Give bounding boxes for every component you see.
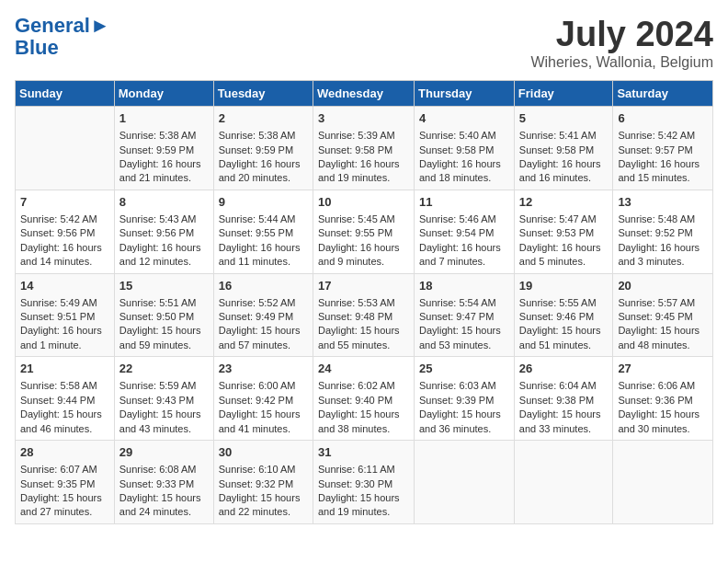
- calendar-cell: 28 Sunrise: 6:07 AM Sunset: 9:35 PM Dayl…: [16, 441, 115, 524]
- day-number: 25: [419, 361, 509, 377]
- sunset-text: Sunset: 9:46 PM: [519, 311, 594, 322]
- calendar-cell: 5 Sunrise: 5:41 AM Sunset: 9:58 PM Dayli…: [514, 107, 613, 190]
- sunset-text: Sunset: 9:53 PM: [519, 227, 594, 238]
- sunset-text: Sunset: 9:45 PM: [618, 311, 692, 322]
- daylight-text: Daylight: 15 hours and 22 minutes.: [219, 492, 301, 517]
- sunrise-text: Sunrise: 5:42 AM: [20, 213, 97, 224]
- day-number: 14: [20, 278, 109, 294]
- calendar-cell: 7 Sunrise: 5:42 AM Sunset: 9:56 PM Dayli…: [16, 190, 115, 273]
- day-number: 2: [219, 110, 308, 127]
- calendar-cell: [415, 441, 515, 524]
- sunrise-text: Sunrise: 5:55 AM: [519, 297, 597, 308]
- day-number: 7: [20, 194, 109, 211]
- logo-text: General►: [15, 15, 110, 37]
- day-number: 1: [119, 110, 209, 127]
- sunset-text: Sunset: 9:38 PM: [519, 395, 594, 406]
- sunset-text: Sunset: 9:36 PM: [618, 395, 692, 406]
- col-header-saturday: Saturday: [613, 81, 713, 107]
- sunset-text: Sunset: 9:33 PM: [119, 478, 194, 489]
- day-number: 20: [618, 278, 708, 294]
- calendar-cell: 15 Sunrise: 5:51 AM Sunset: 9:50 PM Dayl…: [114, 273, 213, 357]
- sunset-text: Sunset: 9:40 PM: [318, 395, 392, 406]
- calendar-cell: 18 Sunrise: 5:54 AM Sunset: 9:47 PM Dayl…: [415, 273, 515, 357]
- calendar-cell: 27 Sunrise: 6:06 AM Sunset: 9:36 PM Dayl…: [613, 357, 713, 441]
- sunrise-text: Sunrise: 5:48 AM: [618, 213, 695, 224]
- day-number: 15: [119, 278, 209, 294]
- day-number: 27: [618, 361, 708, 377]
- sunset-text: Sunset: 9:51 PM: [20, 311, 95, 322]
- calendar-title: July 2024: [530, 15, 713, 54]
- calendar-cell: 4 Sunrise: 5:40 AM Sunset: 9:58 PM Dayli…: [415, 107, 515, 190]
- calendar-cell: 16 Sunrise: 5:52 AM Sunset: 9:49 PM Dayl…: [213, 273, 313, 357]
- col-header-monday: Monday: [114, 81, 213, 107]
- week-row-4: 21 Sunrise: 5:58 AM Sunset: 9:44 PM Dayl…: [16, 357, 713, 441]
- col-header-tuesday: Tuesday: [213, 81, 313, 107]
- day-number: 31: [318, 444, 409, 461]
- day-number: 8: [119, 194, 209, 211]
- calendar-cell: [613, 441, 713, 524]
- sunset-text: Sunset: 9:35 PM: [20, 478, 95, 489]
- calendar-cell: 9 Sunrise: 5:44 AM Sunset: 9:55 PM Dayli…: [213, 190, 313, 273]
- sunset-text: Sunset: 9:56 PM: [20, 227, 95, 238]
- daylight-text: Daylight: 16 hours and 18 minutes.: [419, 158, 501, 183]
- day-number: 12: [519, 194, 609, 211]
- sunset-text: Sunset: 9:48 PM: [318, 311, 392, 322]
- daylight-text: Daylight: 15 hours and 57 minutes.: [219, 325, 301, 350]
- day-number: 29: [119, 444, 209, 461]
- daylight-text: Daylight: 16 hours and 15 minutes.: [618, 158, 700, 183]
- calendar-cell: 17 Sunrise: 5:53 AM Sunset: 9:48 PM Dayl…: [313, 273, 414, 357]
- calendar-cell: 24 Sunrise: 6:02 AM Sunset: 9:40 PM Dayl…: [313, 357, 414, 441]
- calendar-cell: 22 Sunrise: 5:59 AM Sunset: 9:43 PM Dayl…: [114, 357, 213, 441]
- calendar-cell: 10 Sunrise: 5:45 AM Sunset: 9:55 PM Dayl…: [313, 190, 414, 273]
- sunrise-text: Sunrise: 6:07 AM: [20, 464, 97, 475]
- day-number: 17: [318, 278, 409, 294]
- day-number: 22: [119, 361, 209, 377]
- daylight-text: Daylight: 15 hours and 36 minutes.: [419, 408, 501, 433]
- sunrise-text: Sunrise: 5:38 AM: [119, 130, 197, 141]
- calendar-cell: 8 Sunrise: 5:43 AM Sunset: 9:56 PM Dayli…: [114, 190, 213, 273]
- calendar-cell: 2 Sunrise: 5:38 AM Sunset: 9:59 PM Dayli…: [213, 107, 313, 190]
- daylight-text: Daylight: 16 hours and 7 minutes.: [419, 242, 501, 267]
- sunset-text: Sunset: 9:30 PM: [318, 478, 392, 489]
- sunrise-text: Sunrise: 5:47 AM: [519, 213, 597, 224]
- sunset-text: Sunset: 9:55 PM: [318, 227, 392, 238]
- sunrise-text: Sunrise: 6:06 AM: [618, 380, 695, 391]
- day-number: 10: [318, 194, 409, 211]
- sunset-text: Sunset: 9:43 PM: [119, 395, 194, 406]
- calendar-cell: 29 Sunrise: 6:08 AM Sunset: 9:33 PM Dayl…: [114, 441, 213, 524]
- sunrise-text: Sunrise: 5:57 AM: [618, 297, 695, 308]
- sunset-text: Sunset: 9:42 PM: [219, 395, 293, 406]
- daylight-text: Daylight: 15 hours and 43 minutes.: [119, 408, 201, 433]
- sunrise-text: Sunrise: 5:40 AM: [419, 130, 496, 141]
- col-header-thursday: Thursday: [415, 81, 515, 107]
- daylight-text: Daylight: 15 hours and 24 minutes.: [119, 492, 201, 517]
- day-number: 11: [419, 194, 509, 211]
- page-header: General► Blue July 2024 Wiheries, Wallon…: [15, 15, 713, 71]
- calendar-cell: 20 Sunrise: 5:57 AM Sunset: 9:45 PM Dayl…: [613, 273, 713, 357]
- day-number: 6: [618, 110, 708, 127]
- calendar-cell: 6 Sunrise: 5:42 AM Sunset: 9:57 PM Dayli…: [613, 107, 713, 190]
- day-number: 24: [318, 361, 409, 377]
- sunset-text: Sunset: 9:49 PM: [219, 311, 293, 322]
- daylight-text: Daylight: 16 hours and 16 minutes.: [519, 158, 601, 183]
- day-number: 3: [318, 110, 409, 127]
- day-number: 19: [519, 278, 609, 294]
- sunrise-text: Sunrise: 6:02 AM: [318, 380, 395, 391]
- sunrise-text: Sunrise: 6:10 AM: [219, 464, 296, 475]
- week-row-2: 7 Sunrise: 5:42 AM Sunset: 9:56 PM Dayli…: [16, 190, 713, 273]
- day-number: 5: [519, 110, 609, 127]
- day-number: 26: [519, 361, 609, 377]
- daylight-text: Daylight: 16 hours and 21 minutes.: [119, 158, 201, 183]
- sunset-text: Sunset: 9:52 PM: [618, 227, 692, 238]
- calendar-cell: 25 Sunrise: 6:03 AM Sunset: 9:39 PM Dayl…: [415, 357, 515, 441]
- calendar-cell: [514, 441, 613, 524]
- sunset-text: Sunset: 9:57 PM: [618, 144, 692, 155]
- calendar-cell: 31 Sunrise: 6:11 AM Sunset: 9:30 PM Dayl…: [313, 441, 414, 524]
- daylight-text: Daylight: 15 hours and 38 minutes.: [318, 408, 400, 433]
- calendar-cell: 30 Sunrise: 6:10 AM Sunset: 9:32 PM Dayl…: [213, 441, 313, 524]
- daylight-text: Daylight: 16 hours and 5 minutes.: [519, 242, 601, 267]
- daylight-text: Daylight: 16 hours and 14 minutes.: [20, 242, 102, 267]
- daylight-text: Daylight: 15 hours and 48 minutes.: [618, 325, 700, 350]
- col-header-wednesday: Wednesday: [313, 81, 414, 107]
- daylight-text: Daylight: 15 hours and 51 minutes.: [519, 325, 601, 350]
